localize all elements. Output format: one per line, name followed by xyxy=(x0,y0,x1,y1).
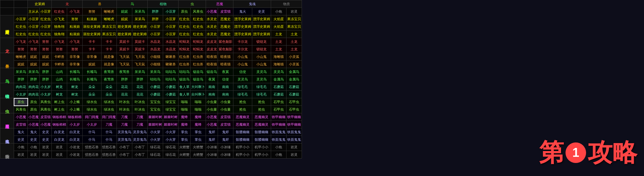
i1c2: 风青虫 xyxy=(40,98,52,106)
r2c10: 小豆芽 xyxy=(163,23,179,30)
i1c8: 叶冰虫 xyxy=(132,98,148,106)
b2c4: 非常像 xyxy=(67,61,83,68)
m1c7: 小布丁 xyxy=(117,143,132,151)
m2c7: 小布丁 xyxy=(117,151,132,159)
bi2c9: 咕咕鸟 xyxy=(148,76,163,83)
i2c10: 绿宝宝 xyxy=(163,106,179,113)
m2c8: 小布丁 xyxy=(132,151,148,159)
r1c3: 小飞龙 xyxy=(52,15,67,23)
b1c10: 啾啾兽 xyxy=(163,53,179,61)
r3c12: 红史虫 xyxy=(191,30,206,38)
m1c6: 愤怒石兽 xyxy=(101,143,117,151)
i2c11: 嗡嗡 xyxy=(179,106,191,113)
p2c11: 食人草 xyxy=(179,91,191,98)
m1c5: 愤怒石兽 xyxy=(83,143,101,151)
m2c1: 岩灵 xyxy=(28,151,40,159)
bi1c5: 长嘴鸟 xyxy=(83,68,101,76)
row-beast-1: 兽 蜥蜥虎 妮妮 妮妮 卡畔兽 非常像 非常像 就是像 飞天鼠 飞天鼠 小能猫 … xyxy=(0,53,302,61)
b1c11: 红虫兽 xyxy=(179,53,191,61)
row-sub-insect1: 原虫 xyxy=(14,98,28,106)
g2c11: 掌虫 xyxy=(179,136,191,143)
p1c17: 石蘑菇 xyxy=(271,83,287,91)
corner3 xyxy=(14,8,28,15)
r1c15: 漂浮史莱姆 xyxy=(233,15,252,23)
p2c5: 朵朵 xyxy=(83,91,101,98)
col-header-plant: 植物 xyxy=(148,0,179,8)
r2c13: 水灵史 xyxy=(206,23,218,30)
i2c12: 嗡嗡 xyxy=(191,106,206,113)
dm1c1: 小恶魔 xyxy=(28,113,40,121)
dm1c18: 铁甲幽幽 xyxy=(287,113,302,121)
row-header-insect: 虫 xyxy=(0,98,14,113)
d1c10: 水晶龙 xyxy=(163,38,179,46)
dm2c2: 小恶魔 xyxy=(40,121,52,128)
g1c14: 鬼烬 xyxy=(218,128,233,136)
bi1c12: 锯齿鸟 xyxy=(191,68,206,76)
bi1c18: 金属鸟 xyxy=(287,68,302,76)
row-sub-plant1: 肉肉花 xyxy=(14,83,28,91)
g2c4: 白灵龙 xyxy=(67,136,83,143)
col-sub-plant1: 胖胖 xyxy=(148,8,163,15)
r2c17: 火焰蛋 xyxy=(271,23,287,30)
b1c7: 飞天鼠 xyxy=(117,53,132,61)
bi1c8: 呆呆鸟 xyxy=(132,68,148,76)
i1c12: 嗡嗡 xyxy=(191,98,206,106)
p1c11: 食人草 xyxy=(179,83,191,91)
i1c11: 嗡嗡 xyxy=(179,98,191,106)
row-plant-1: 植物 肉肉花 肉肉花 小太岁 树龙 树龙 朵朵 朵朵 花花 花花 小蘑菇 小蘑菇… xyxy=(0,83,302,91)
r3c16: 漂浮史莱姆 xyxy=(252,30,271,38)
row-bird-2: 胖胖 胖胖 胖胖 山鸡 长嘴鸟 长嘴鸟 夜莺兽 胖胖 胖胖 咕咕鸟 咕咕鸟 锯齿… xyxy=(0,76,302,83)
r3c15: 漂浮史莱姆 xyxy=(233,30,252,38)
d1c17: 土龙 xyxy=(271,38,287,46)
col-header-demon: 恶魔 xyxy=(206,0,233,8)
b2c11: 红虫兽 xyxy=(179,61,191,68)
b1c17: 海蜥猫 xyxy=(271,53,287,61)
watermark: 第 1 攻略 xyxy=(539,136,637,169)
r1c11: 红史虫 xyxy=(179,15,191,23)
p1c12: 大叫啊卜 xyxy=(191,83,206,91)
dm1c14: 皮雷猫 xyxy=(218,113,233,121)
p2c15: 绿毛毛 xyxy=(233,91,252,98)
dm2c17: 铁甲幽幽 xyxy=(271,121,287,128)
r3c13: 水灵史 xyxy=(206,30,218,38)
p2c3: 树龙 xyxy=(52,91,67,98)
m1c16: 机甲小小 xyxy=(252,143,271,151)
r3c17: 土龙 xyxy=(271,30,287,38)
corner-subcell xyxy=(14,0,28,8)
r3c8: 翅史莱姆 xyxy=(132,30,148,38)
row-matter-1: 物质 小炮 小炮 岩灵 岩灵 小岩龙 愤怒石兽 愤怒石兽 小布丁 小布丁 绿石花… xyxy=(0,143,302,151)
m2c13: 小冰锤 xyxy=(206,151,218,159)
col-sub-slay1: 主从从 xyxy=(28,8,40,15)
m1c15: 机甲小小 xyxy=(233,143,252,151)
p2c4: 树龙 xyxy=(67,91,83,98)
d2c1: 努努 xyxy=(28,46,40,53)
d1c18: 土龙 xyxy=(287,38,302,46)
row-sub-beast2: 妮妮 xyxy=(14,61,28,68)
r3c18: 土龙 xyxy=(287,30,302,38)
r3c4: 粘液娘 xyxy=(67,30,83,38)
bi2c8: 胖胖 xyxy=(132,76,148,83)
i2c13: 小虫量 xyxy=(206,106,218,113)
p2c10: 小蘑菇 xyxy=(163,91,179,98)
g2c10: 小火芽 xyxy=(163,136,179,143)
d1c3: 小飞龙 xyxy=(52,38,67,46)
dm1c15: 恶魔幽灵 xyxy=(233,113,252,121)
r2c18: 果冻宝贝 xyxy=(287,23,302,30)
b1c15: 小山鬼 xyxy=(233,53,252,61)
m2c2: 岩灵 xyxy=(40,151,52,159)
p1c10: 小蘑菇 xyxy=(163,83,179,91)
col-header-bird: 鸟 xyxy=(117,0,148,8)
i2c8: 叶冰虫 xyxy=(132,106,148,113)
g2c12: 掌虫 xyxy=(191,136,206,143)
d2c6: 卡卡 xyxy=(101,46,117,53)
g1c1: 鬼火 xyxy=(28,128,40,136)
i2c17: 石甲虫 xyxy=(271,106,287,113)
i2c3: 树上虫 xyxy=(52,106,67,113)
bi2c4: 长嘴鸟 xyxy=(67,76,83,83)
m1c18: 岩灵 xyxy=(287,143,302,151)
row-sub-matter2: 岩灵 xyxy=(14,151,28,159)
col-sub-dragon2: 小飞龙 xyxy=(67,8,83,15)
i1c6: 绿冰虫 xyxy=(101,98,117,106)
d2c18: 土龙 xyxy=(287,46,302,53)
dm2c14: 皮雷猫 xyxy=(218,121,233,128)
